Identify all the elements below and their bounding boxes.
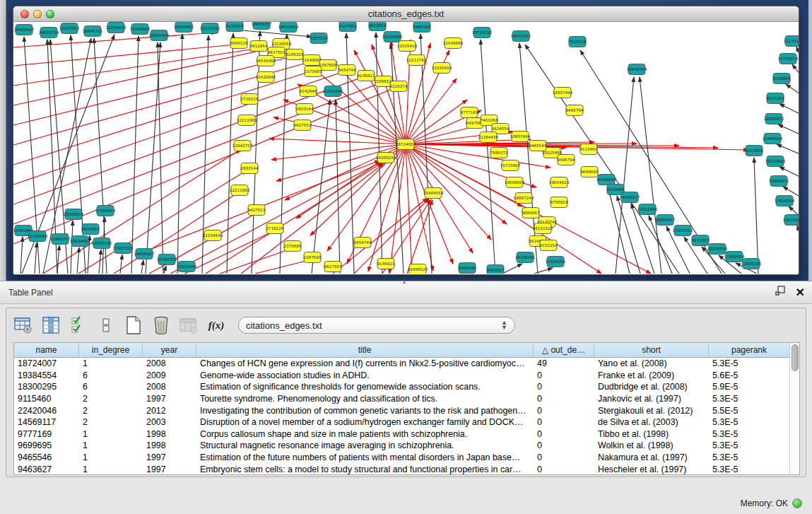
graph-node[interactable]: 16151520 bbox=[533, 223, 553, 234]
graph-node[interactable]: 13325419 bbox=[432, 63, 452, 74]
column-header-3[interactable]: title bbox=[196, 343, 534, 357]
graph-node[interactable]: 19384554 bbox=[423, 188, 444, 199]
graph-node[interactable]: 8466160 bbox=[413, 22, 431, 33]
graph-node[interactable]: 13505135 bbox=[92, 238, 112, 249]
table-row[interactable]: 1830029562008Estimation of significance … bbox=[14, 381, 789, 393]
table-row[interactable]: 1938455462009Genome-wide association stu… bbox=[14, 370, 789, 382]
graph-node[interactable]: 9884067 bbox=[522, 208, 540, 218]
graph-node[interactable]: 16409547 bbox=[596, 175, 617, 185]
graph-node[interactable]: 9242848 bbox=[300, 86, 317, 97]
graph-node[interactable]: 16646711 bbox=[83, 26, 103, 37]
table-row[interactable]: 1456911722003Disruption of a novel membe… bbox=[14, 416, 789, 428]
table-header-row[interactable]: namein_degreeyeartitle△ out_de…shortpage… bbox=[14, 343, 789, 358]
table-scrollbar[interactable] bbox=[789, 343, 799, 474]
graph-node[interactable]: 18807249 bbox=[514, 193, 534, 204]
graph-node[interactable]: 9756928 bbox=[551, 197, 568, 208]
graph-node[interactable]: 24055724 bbox=[39, 28, 59, 38]
graph-node[interactable]: 21364436 bbox=[478, 132, 499, 143]
graph-node[interactable]: 8813054 bbox=[369, 22, 387, 31]
memory-status-icon[interactable] bbox=[792, 498, 802, 508]
table-select-dropdown[interactable]: citations_edges.txt ▲▼ bbox=[238, 317, 515, 334]
graph-node[interactable]: 11175108 bbox=[784, 36, 799, 47]
graph-node[interactable]: 14671355 bbox=[511, 31, 531, 42]
graph-node[interactable]: 10933462 bbox=[174, 22, 194, 33]
network-window[interactable]: citations_edges.txt 16409547240557241219… bbox=[13, 6, 799, 275]
graph-node[interactable]: 12254439 bbox=[203, 230, 223, 241]
graph-node[interactable]: 2803144 bbox=[296, 104, 314, 115]
graph-node[interactable]: 20206576 bbox=[64, 209, 84, 220]
graph-node[interactable]: 2718126 bbox=[241, 94, 259, 105]
graph-node[interactable]: 12444154 bbox=[763, 134, 783, 144]
graph-node[interactable]: 11156869 bbox=[28, 231, 48, 242]
graph-node[interactable]: 17957223 bbox=[113, 243, 134, 254]
graph-node[interactable]: 9465546 bbox=[529, 141, 547, 151]
graph-node[interactable]: 10688609 bbox=[505, 177, 525, 188]
graph-node[interactable]: 16033809 bbox=[278, 22, 299, 33]
graph-node[interactable]: 17359924 bbox=[724, 252, 745, 262]
graph-node[interactable]: 10933462 bbox=[70, 236, 90, 247]
column-header-6[interactable]: pagerank bbox=[709, 343, 789, 357]
graph-node[interactable]: 7986372 bbox=[490, 148, 508, 158]
graph-node[interactable]: 12213791 bbox=[200, 23, 220, 34]
graph-node[interactable]: 9252254 bbox=[540, 240, 558, 251]
close-icon[interactable]: ✕ bbox=[796, 288, 805, 298]
graph-node[interactable]: 8912954 bbox=[250, 41, 268, 52]
row-height-icon[interactable] bbox=[96, 315, 116, 335]
graph-node[interactable]: 2375685 bbox=[284, 241, 302, 252]
graph-node[interactable]: 9227343 bbox=[767, 93, 784, 104]
graph-node[interactable]: 14569117 bbox=[620, 192, 640, 203]
graph-node[interactable]: 10958167 bbox=[134, 249, 155, 259]
graph-node[interactable]: 8660128 bbox=[230, 38, 248, 49]
graph-node[interactable]: 12213383 bbox=[237, 115, 257, 126]
graph-node[interactable]: 12942757 bbox=[50, 234, 71, 245]
table-scrollbar-thumb[interactable] bbox=[792, 344, 799, 371]
column-header-5[interactable]: short bbox=[594, 343, 709, 357]
graph-node[interactable]: 9427552 bbox=[294, 120, 312, 131]
zoom-window-icon[interactable] bbox=[46, 10, 54, 18]
graph-node[interactable]: 17359924 bbox=[95, 206, 116, 216]
graph-node[interactable]: 10807494 bbox=[553, 88, 573, 98]
graph-node[interactable]: 9495794 bbox=[558, 155, 575, 165]
column-header-2[interactable]: year bbox=[143, 343, 196, 357]
graph-node[interactable]: 12213791 bbox=[406, 55, 427, 66]
network-scrollbar[interactable] bbox=[808, 0, 812, 281]
graph-node[interactable]: 21053346 bbox=[323, 86, 343, 97]
graph-node[interactable]: 10807494 bbox=[510, 132, 531, 142]
graph-node[interactable]: 16648784 bbox=[627, 64, 647, 75]
graph-node[interactable]: 8220374 bbox=[226, 22, 244, 32]
graph-node[interactable]: 12923446 bbox=[637, 204, 658, 215]
column-header-4[interactable]: △ out_de… bbox=[534, 343, 594, 357]
show-columns-icon[interactable] bbox=[41, 315, 61, 335]
citation-network-graph[interactable]: 1640954724055724121979031664671112254439… bbox=[13, 22, 799, 274]
table-panel-header[interactable]: ▴ Table Panel ✕ bbox=[0, 281, 812, 304]
graph-node[interactable]: 9699695 bbox=[581, 167, 599, 177]
graph-node[interactable]: 9975887 bbox=[82, 224, 100, 235]
graph-node[interactable]: 9465546 bbox=[459, 263, 476, 274]
table-row[interactable]: 946554611997Estimation of the future num… bbox=[14, 452, 789, 464]
column-header-0[interactable]: name bbox=[14, 343, 79, 357]
graph-node[interactable]: 9777169 bbox=[461, 107, 478, 118]
graph-node[interactable]: 11540888 bbox=[443, 38, 464, 49]
graph-node[interactable]: 18300295 bbox=[376, 153, 396, 163]
graph-node[interactable]: 9495794 bbox=[566, 105, 584, 116]
column-header-1[interactable]: in_degree bbox=[79, 343, 143, 357]
graph-node[interactable]: 20691406 bbox=[149, 30, 170, 41]
graph-node[interactable]: 12093872 bbox=[764, 114, 784, 124]
graph-node[interactable]: 8215955 bbox=[746, 146, 763, 156]
graph-node[interactable]: 11540888 bbox=[130, 24, 151, 35]
float-window-icon[interactable] bbox=[775, 286, 786, 299]
minimize-window-icon[interactable] bbox=[33, 10, 42, 18]
splitter-handle-icon[interactable]: ▴ bbox=[403, 279, 406, 285]
graph-node[interactable]: 8220374 bbox=[390, 81, 408, 92]
graph-node[interactable]: 19654923 bbox=[549, 177, 570, 188]
select-columns-icon[interactable] bbox=[69, 315, 88, 335]
table-body[interactable]: 1872400712008Changes of HCN gene express… bbox=[14, 358, 789, 475]
graph-node[interactable]: 17016504 bbox=[775, 196, 795, 206]
graph-node[interactable]: 14136141 bbox=[515, 252, 536, 263]
network-window-titlebar[interactable]: citations_edges.txt bbox=[13, 6, 799, 22]
graph-node[interactable]: 9329966 bbox=[773, 74, 791, 84]
graph-node[interactable]: 9146821 bbox=[377, 259, 395, 269]
graph-node[interactable]: 16782759 bbox=[157, 255, 177, 265]
graph-node[interactable]: 16409547 bbox=[14, 25, 35, 35]
graph-node[interactable]: 10719155 bbox=[472, 28, 493, 38]
